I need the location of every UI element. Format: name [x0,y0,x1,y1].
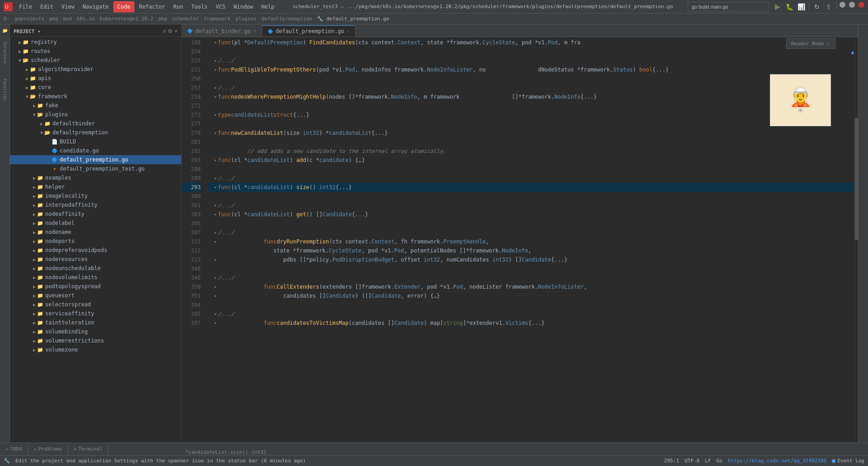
menu-vcs[interactable]: VCS [212,2,229,12]
tree-item-algorithmprovider[interactable]: ▶ 📁 algorithmprovider [10,65,181,74]
sidebar-favorites-icon[interactable]: Favorites [1,76,9,103]
collapse-257[interactable]: ▸ [214,83,217,92]
filetree-close[interactable]: × [175,28,178,34]
event-log[interactable]: Event Log [832,456,864,466]
tab-close-default-binder[interactable]: × [254,29,256,33]
tree-item-default-preemption-go[interactable]: ▶ 🔷 default_preemption.go [10,155,181,164]
window-minimize[interactable] [840,2,845,8]
bc-framework[interactable]: framework [204,16,231,22]
tree-item-routes[interactable]: ▶ 📁 routes [10,47,181,56]
tree-item-nodevolumelimits[interactable]: ▶ 📁 nodevolumelimits [10,273,181,282]
bc-goprojects[interactable]: goprojects [14,16,44,22]
tree-item-default-preemption-test-go[interactable]: ▶ 🔸 default_preemption_test.go [10,164,181,173]
tree-item-plugins[interactable]: ▼ 📂 plugins [10,110,181,119]
tree-item-queuesort[interactable]: ▶ 📁 queuesort [10,291,181,300]
btab-todo[interactable]: ✓ TODO [0,443,28,456]
btab-problems[interactable]: ⚠ Problems [28,443,68,456]
menu-navigate[interactable]: Navigate [79,2,113,12]
tree-item-defaultpreemption[interactable]: ▼ 📂 defaultpreemption [10,128,181,137]
collapse-225[interactable]: ▸ [214,56,217,65]
debug-button[interactable]: 🐛 [784,2,794,12]
collapse-303[interactable]: ▸ [214,210,217,219]
tree-item-candidate-go[interactable]: ▶ 🔷 candidate.go [10,146,181,155]
menu-view[interactable]: View [58,2,78,12]
tree-item-volumezone[interactable]: ▶ 📁 volumezone [10,345,181,354]
tab-default-preemption[interactable]: 🔷 default_preemption.go × [262,25,356,37]
tree-item-apis[interactable]: ▶ 📁 apis [10,74,181,83]
tree-item-nodeunschedulable[interactable]: ▶ 📁 nodeunschedulable [10,264,181,273]
bc-root[interactable]: D: [4,16,9,22]
tree-item-core[interactable]: ▶ 📁 core [10,83,181,92]
code-content[interactable]: ▸ func (pl *DefaultPreemption) FindCandi… [204,37,858,442]
update-button[interactable]: ↻ [812,2,822,12]
menu-run[interactable]: Run [170,2,187,12]
collapse-231[interactable]: ▸ [214,65,217,74]
sidebar-project-icon[interactable]: 📁 [1,26,9,34]
bc-defaultpreemption[interactable]: defaultpreemption [261,16,312,22]
window-close[interactable] [859,2,864,8]
tree-item-nodeaffinity[interactable]: ▶ 📁 nodeaffinity [10,209,181,219]
tree-item-scheduler[interactable]: ▼ 📂 scheduler [10,56,181,65]
tree-item-podtopologyspread[interactable]: ▶ 📁 podtopologyspread [10,282,181,291]
bc-pkg[interactable]: pkg [49,16,58,22]
collapse-346[interactable]: ▸ [214,273,217,282]
collapse-313[interactable]: ▸ [214,255,217,264]
collapse-273[interactable]: ▸ [214,110,217,119]
collapse-188[interactable]: ▸ [214,38,217,47]
window-maximize[interactable] [849,2,855,8]
tree-item-nodepreferavoidpods[interactable]: ▶ 📁 nodepreferavoidpods [10,246,181,255]
btab-terminal[interactable]: > Terminal [68,443,108,456]
bc-file[interactable]: 🔧 default_preemption.go [317,16,389,22]
collapse-350[interactable]: ▸ [214,282,217,291]
vertical-scrollbar[interactable] [854,37,858,442]
run-button[interactable]: ▶ [773,2,783,12]
run-config-dropdown[interactable]: go build main.go [688,2,769,12]
tree-item-nodelabel[interactable]: ▶ 📁 nodelabel [10,219,181,228]
bc-pkg2[interactable]: pkg [158,16,167,22]
tree-item-defaultbinder[interactable]: ▶ 📁 defaultbinder [10,119,181,128]
tree-item-fake[interactable]: ▶ 📁 fake [10,101,181,110]
tree-item-imagelocality[interactable]: ▶ 📁 imagelocality [10,191,181,200]
collapse-283[interactable]: ▸ [214,156,217,165]
collapse-395[interactable]: ▸ [214,309,217,319]
collapse-278[interactable]: ▸ [214,128,217,138]
collapse-259[interactable]: ▸ [214,92,217,101]
menu-edit[interactable]: Edit [37,2,57,12]
menu-code[interactable]: Code [113,1,135,12]
run-with-coverage-button[interactable]: 📊 [796,2,806,12]
tree-item-nodeports[interactable]: ▶ 📁 nodeports [10,237,181,246]
bc-mod[interactable]: mod [63,16,72,22]
collapse-301[interactable]: ▸ [214,201,217,210]
menu-tools[interactable]: Tools [188,2,211,12]
tree-item-helper[interactable]: ▶ 📁 helper [10,182,181,191]
bc-plugins[interactable]: plugins [236,16,256,22]
bc-scheduler[interactable]: scheduler [172,16,199,22]
tree-item-registry[interactable]: ▶ 📁 registry [10,38,181,47]
collapse-351[interactable]: ▸ [214,291,217,300]
collapse-397[interactable]: ▸ [214,319,217,328]
tree-item-BUILD[interactable]: ▶ 📄 BUILD [10,137,181,146]
tree-item-noderesources[interactable]: ▶ 📁 noderesources [10,255,181,264]
collapse-289[interactable]: ▸ [214,174,217,183]
tree-item-volumebinding[interactable]: ▶ 📁 volumebinding [10,327,181,336]
menu-window[interactable]: Window [230,2,257,12]
collapse-293[interactable]: ▸ [214,183,217,192]
menu-refactor[interactable]: Refactor [135,2,169,12]
vcs-button[interactable]: ⇧ [824,2,834,12]
tree-item-nodename[interactable]: ▶ 📁 nodename [10,228,181,237]
tab-close-default-preemption[interactable]: × [347,29,350,34]
filetree-collapse-all[interactable]: ≡ [163,28,166,34]
tree-item-tainttoleration[interactable]: ▶ 📁 tainttoleration [10,318,181,327]
tree-item-framework[interactable]: ▼ 📂 framework [10,92,181,101]
menu-file[interactable]: File [15,2,36,12]
tree-item-examples[interactable]: ▶ 📁 examples [10,173,181,182]
filetree-settings[interactable]: ⚙ [168,28,173,34]
sidebar-structure-icon[interactable]: Structure [1,39,9,66]
tree-item-selectorspread[interactable]: ▶ 📁 selectorspread [10,300,181,309]
tree-item-interpodaffinity[interactable]: ▶ 📁 interpodaffinity [10,200,181,209]
bc-k8s[interactable]: k8s.io [77,16,95,22]
collapse-307[interactable]: ▸ [214,228,217,237]
bc-kubernetes[interactable]: kubernetes@v1.20.2 [99,16,153,22]
tree-item-volumerestrictions[interactable]: ▶ 📁 volumerestrictions [10,336,181,345]
tree-item-serviceaffinity[interactable]: ▶ 📁 serviceaffinity [10,309,181,318]
